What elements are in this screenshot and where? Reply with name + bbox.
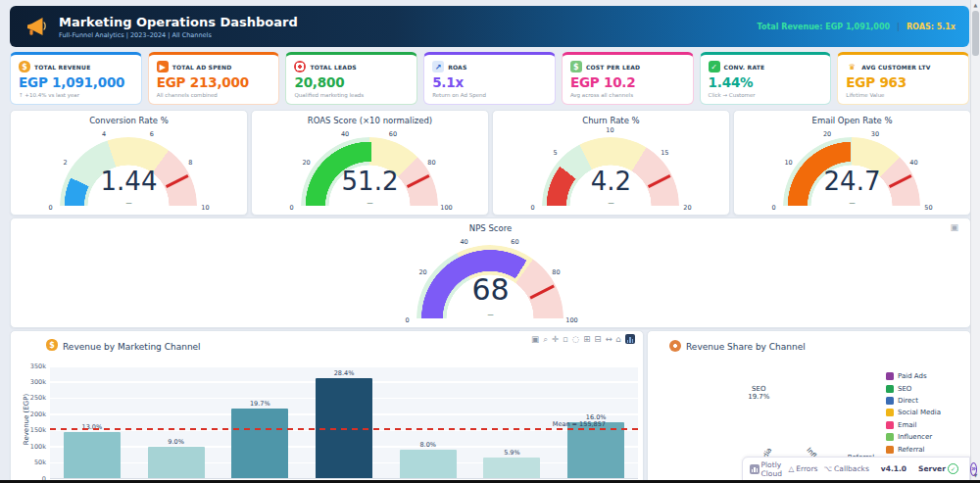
kpi-card-conv-rate: ✓CONV. RATE1.44%Click → Customer	[700, 52, 832, 105]
gauge-panel-roas-score: ROAS Score (×10 normalized)0204060801005…	[251, 110, 489, 216]
legend-item-social-media[interactable]: Social Media	[886, 407, 941, 418]
gauge-title: ROAS Score (×10 normalized)	[252, 111, 488, 125]
gauge-tick-label: 20	[823, 130, 831, 138]
kpi-subtext: Click → Customer	[709, 92, 823, 98]
legend-item-referral[interactable]: Referral	[886, 443, 941, 455]
expand-devtools-button[interactable]: »	[970, 462, 977, 476]
gauge-value-bar	[301, 137, 438, 274]
bar-value-label: 19.7%	[250, 400, 270, 408]
gauge-area: 02040608010051.2−	[252, 125, 488, 216]
kpi-subtext: Qualified marketing leads	[294, 92, 409, 98]
kpi-label: TOTAL AD SPEND	[172, 64, 232, 71]
legend-swatch	[886, 433, 894, 441]
legend-swatch	[886, 385, 894, 393]
gauge-panel-churn-rate: Churn Rate %051015204.2−	[492, 110, 730, 216]
plotly-logo-icon	[750, 464, 760, 474]
gauge-tick-label: 20	[302, 159, 310, 167]
legend-item-email[interactable]: Email	[886, 419, 941, 431]
gauge-tick-label: 6	[150, 130, 154, 138]
callbacks-button[interactable]: ⌥ Callbacks	[823, 464, 868, 473]
kpi-value: EGP 963	[846, 74, 960, 90]
legend-label: Paid Ads	[898, 372, 927, 380]
legend-label: Email	[898, 421, 916, 429]
legend-label: Influencer	[898, 433, 932, 441]
crown-icon: ♛	[846, 61, 858, 72]
legend-item-direct[interactable]: Direct	[886, 395, 941, 407]
server-status[interactable]: Server ✓	[918, 463, 958, 474]
kpi-subtext: Lifetime Value	[846, 92, 960, 98]
scrollbar-thumb[interactable]	[972, 11, 979, 56]
gauge-tick-label: 10	[784, 159, 792, 167]
bar-social-media[interactable]	[64, 432, 121, 478]
header-separator: |	[897, 23, 900, 31]
y-tick-label: 50k	[23, 459, 46, 466]
gauge-tick-label: 8	[188, 159, 192, 167]
kpi-value: 5.1x	[432, 74, 547, 90]
legend-label: Direct	[898, 397, 918, 405]
kpi-value: EGP 213,000	[157, 74, 271, 90]
bar-influencer[interactable]	[400, 450, 457, 478]
kpi-card-total-revenue: $TOTAL REVENUEEGP 1,091,000↑ +10.4% vs l…	[10, 52, 142, 105]
kpi-label: AVG CUSTOMER LTV	[861, 64, 930, 71]
money-with-wings-icon: $	[570, 61, 582, 72]
mean-annotation: Mean = 155,857	[501, 420, 606, 428]
kpi-card-header: ✓CONV. RATE	[709, 61, 823, 72]
check-icon: ✓	[709, 61, 720, 72]
kpi-card-total-leads: TOTAL LEADS20,800Qualified marketing lea…	[285, 52, 417, 105]
header-kpis: Total Revenue: EGP 1,091,000 | ROAS: 5.1…	[758, 23, 956, 31]
legend-label: Social Media	[898, 409, 941, 416]
header-titles: Marketing Operations Dashboard Full-Funn…	[59, 15, 298, 39]
legend-label: Referral	[898, 446, 925, 454]
legend-swatch	[886, 446, 894, 454]
bar-email[interactable]	[148, 447, 205, 478]
legend-item-influencer[interactable]: Influencer	[886, 431, 941, 443]
bar-direct[interactable]	[567, 422, 624, 478]
mean-line	[50, 428, 638, 430]
bar-value-label: 5.9%	[504, 449, 520, 457]
gauge-value-bar	[783, 137, 920, 274]
kpi-card-header: TOTAL LEADS	[294, 61, 409, 72]
plotly-cloud-button[interactable]: Plotly Cloud	[750, 460, 782, 478]
megaphone-icon	[24, 14, 49, 39]
bar-seo[interactable]	[231, 409, 288, 478]
kpi-card-header: ▶TOTAL AD SPEND	[157, 61, 271, 72]
kpi-card-header: ↗ROAS	[432, 61, 547, 72]
legend-item-paid-ads[interactable]: Paid Ads	[886, 370, 941, 382]
legend-item-seo[interactable]: SEO	[886, 382, 941, 394]
kpi-card-header: $TOTAL REVENUE	[19, 61, 133, 72]
camera-icon[interactable]: ▣	[950, 222, 958, 232]
errors-button[interactable]: △ Errors	[788, 464, 817, 473]
callback-graph-icon: ⌥	[823, 464, 832, 473]
gauge-tick-label: 40	[909, 159, 917, 167]
page-title: Marketing Operations Dashboard	[59, 15, 298, 29]
gauge-area: 0102030405024.7−	[734, 125, 970, 216]
legend-swatch	[886, 372, 894, 380]
kpi-card-header: $COST PER LEAD	[570, 61, 685, 72]
gauge-tick-label: 60	[511, 238, 518, 246]
gauge-title: Email Open Rate %	[734, 111, 970, 125]
kpi-value: EGP 1,091,000	[19, 74, 133, 90]
gauge-tick-label: 5	[554, 149, 558, 157]
scrollbar[interactable]: ▲ ▼	[970, 0, 980, 483]
x-axis-line	[50, 478, 638, 479]
legend-swatch	[886, 409, 894, 416]
kpi-label: ROAS	[448, 64, 466, 71]
kpi-row: $TOTAL REVENUEEGP 1,091,000↑ +10.4% vs l…	[10, 52, 969, 105]
money-bag-icon: $	[19, 61, 30, 72]
bar-referral[interactable]	[483, 458, 540, 478]
legend-label: SEO	[898, 385, 911, 393]
header-total-revenue: Total Revenue: EGP 1,091,000	[758, 23, 890, 31]
pie-slice-label-paid-ads: Paid Ads28.4%	[804, 394, 833, 410]
scroll-up-arrow[interactable]: ▲	[971, 0, 980, 10]
kpi-label: COST PER LEAD	[586, 64, 640, 71]
kpi-subtext: All channels combined	[157, 92, 271, 98]
gauge-tick-label: 60	[389, 130, 397, 138]
kpi-card-header: ♛AVG CUSTOMER LTV	[846, 61, 960, 72]
kpi-card-total-ad-spend: ▶TOTAL AD SPENDEGP 213,000All channels c…	[148, 52, 280, 105]
gauge-tick-label: 4	[102, 130, 106, 138]
bar-value-label: 8.0%	[419, 441, 436, 449]
dash-devtools-statusbar: Plotly Cloud △ Errors ⌥ Callbacks v4.1.0…	[742, 457, 970, 481]
gauge-title: Conversion Rate %	[11, 111, 247, 125]
y-tick-label: 300k	[23, 378, 46, 386]
target-icon	[294, 61, 306, 72]
